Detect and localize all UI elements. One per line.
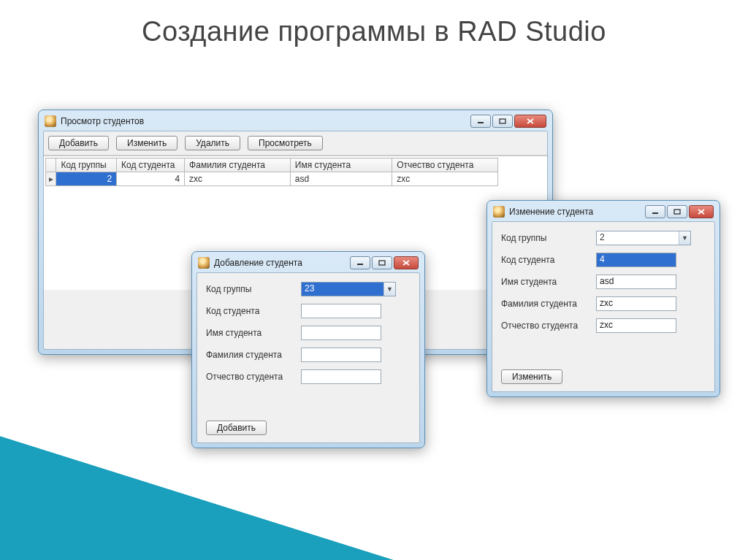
label-lname: Фамилия студента bbox=[206, 350, 294, 360]
view-button[interactable]: Просмотреть bbox=[248, 136, 323, 150]
close-button[interactable] bbox=[394, 256, 419, 269]
col-lname[interactable]: Фамилия студента bbox=[185, 158, 291, 172]
cell-student[interactable]: 4 bbox=[117, 172, 185, 186]
titlebar[interactable]: Добавление студента bbox=[196, 256, 420, 272]
decorative-triangle bbox=[0, 436, 394, 560]
close-button[interactable] bbox=[514, 115, 546, 128]
col-fname[interactable]: Имя студента bbox=[290, 158, 392, 172]
maximize-button[interactable] bbox=[667, 205, 687, 218]
col-group[interactable]: Код группы bbox=[56, 158, 117, 172]
edit-button[interactable]: Изменить bbox=[116, 136, 178, 150]
first-name-input[interactable]: asd bbox=[596, 275, 676, 289]
last-name-input[interactable]: zxc bbox=[596, 296, 676, 311]
delete-button[interactable]: Удалить bbox=[185, 136, 240, 150]
close-button[interactable] bbox=[689, 205, 714, 218]
students-grid[interactable]: Код группы Код студента Фамилия студента… bbox=[45, 158, 498, 186]
last-name-input[interactable] bbox=[301, 348, 381, 362]
group-combobox[interactable]: 23 ▼ bbox=[301, 282, 396, 296]
label-fname: Имя студента bbox=[206, 328, 294, 338]
app-icon bbox=[45, 115, 56, 127]
window-title: Просмотр студентов bbox=[61, 116, 144, 126]
submit-add-button[interactable]: Добавить bbox=[206, 421, 267, 435]
titlebar[interactable]: Изменение студента bbox=[492, 205, 715, 221]
svg-rect-9 bbox=[674, 210, 680, 214]
label-fname: Имя студента bbox=[501, 277, 589, 287]
window-title: Изменение студента bbox=[509, 207, 593, 217]
label-group: Код группы bbox=[501, 233, 589, 243]
cell-fname[interactable]: asd bbox=[290, 172, 392, 186]
slide-title: Создание программы в RAD Studio bbox=[0, 0, 748, 50]
add-button[interactable]: Добавить bbox=[48, 136, 109, 150]
minimize-button[interactable] bbox=[645, 205, 665, 218]
svg-rect-1 bbox=[500, 119, 505, 123]
cell-group[interactable]: 2 bbox=[56, 172, 117, 186]
first-name-input[interactable] bbox=[301, 326, 381, 340]
svg-rect-5 bbox=[379, 261, 385, 265]
label-mname: Отчество студента bbox=[206, 372, 294, 382]
cell-lname[interactable]: zxc bbox=[185, 172, 291, 186]
titlebar[interactable]: Просмотр студентов bbox=[43, 115, 548, 131]
group-value[interactable]: 2 bbox=[597, 231, 679, 245]
label-student: Код студента bbox=[206, 306, 294, 316]
student-code-input[interactable]: 4 bbox=[596, 253, 676, 267]
minimize-button[interactable] bbox=[470, 115, 491, 128]
maximize-button[interactable] bbox=[492, 115, 513, 128]
middle-name-input[interactable] bbox=[301, 369, 381, 384]
window-edit-student: Изменение студента Код группы 2 ▼ Код ст… bbox=[486, 200, 720, 397]
toolbar: Добавить Изменить Удалить Просмотреть bbox=[44, 131, 547, 156]
label-student: Код студента bbox=[501, 255, 589, 265]
label-group: Код группы bbox=[206, 284, 294, 294]
label-mname: Отчество студента bbox=[501, 321, 589, 331]
grid-corner bbox=[46, 158, 56, 172]
maximize-button[interactable] bbox=[372, 256, 392, 269]
app-icon bbox=[198, 257, 210, 269]
group-value[interactable]: 23 bbox=[302, 283, 383, 296]
cell-mname[interactable]: zxc bbox=[392, 172, 498, 186]
minimize-button[interactable] bbox=[350, 256, 370, 269]
chevron-down-icon[interactable]: ▼ bbox=[679, 231, 690, 245]
table-row[interactable]: ▸ 2 4 zxc asd zxc bbox=[46, 172, 498, 186]
label-lname: Фамилия студента bbox=[501, 299, 589, 309]
group-combobox[interactable]: 2 ▼ bbox=[596, 231, 691, 245]
row-marker-icon: ▸ bbox=[46, 172, 56, 186]
middle-name-input[interactable]: zxc bbox=[596, 318, 676, 333]
col-mname[interactable]: Отчество студента bbox=[392, 158, 498, 172]
window-title: Добавление студента bbox=[214, 258, 302, 268]
window-add-student: Добавление студента Код группы 23 ▼ Код … bbox=[191, 251, 425, 448]
chevron-down-icon[interactable]: ▼ bbox=[383, 283, 395, 296]
col-student[interactable]: Код студента bbox=[117, 158, 185, 172]
submit-edit-button[interactable]: Изменить bbox=[501, 369, 562, 384]
app-icon bbox=[493, 206, 505, 218]
student-code-input[interactable] bbox=[301, 304, 381, 318]
